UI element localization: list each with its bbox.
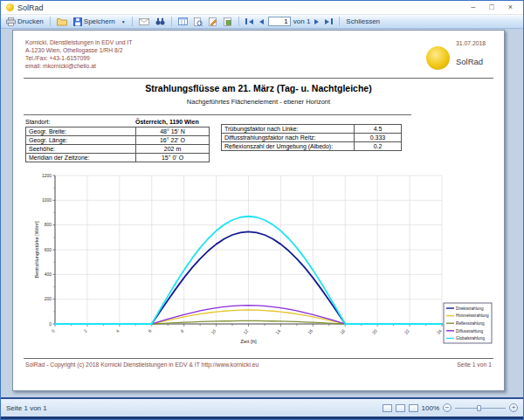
toolbar-separator — [132, 17, 133, 26]
document-page: Kornicki, Dienstleistungen in EDV und IT… — [12, 30, 505, 391]
x-tick-label: 10 — [210, 328, 217, 335]
chart-grid — [55, 176, 442, 324]
y-tick-label: 400 — [45, 272, 52, 277]
footer-page-number: Seite 1 von 1 — [457, 361, 492, 368]
y-tick-label: 1000 — [42, 197, 52, 203]
status-bar: Seite 1 von 1 100% − + — [1, 397, 523, 417]
param-table-row: Trübungsfaktor nach Linke:4.5 — [222, 125, 402, 134]
location-row: Standort: Österreich, 1190 Wien — [25, 117, 199, 126]
page-zoom-button[interactable] — [192, 17, 204, 27]
legend-label: Reflexstrahlung — [456, 321, 485, 326]
y-tick-label: 0 — [49, 321, 52, 327]
sender-line: A-1230 Wien, Othellogasse 1/RH 8/2 — [25, 46, 132, 54]
row-value: 16° 22' O — [136, 136, 210, 145]
x-tick-label: 8 — [179, 328, 185, 334]
open-button[interactable] — [55, 17, 69, 27]
next-page-button[interactable] — [313, 18, 321, 25]
row-label: Meridian der Zeitzone: — [26, 154, 136, 162]
last-page-button[interactable] — [323, 17, 334, 25]
print-label: Drucken — [17, 17, 44, 25]
solrad-sun-logo-icon — [426, 46, 450, 70]
view-mode-2-button[interactable] — [396, 404, 405, 412]
binoculars-icon — [155, 17, 165, 25]
page-number-input[interactable] — [268, 17, 291, 26]
row-value: 48° 15' N — [136, 127, 210, 136]
geo-table: Geogr. Breite:48° 15' NGeogr. Länge:16° … — [25, 127, 210, 162]
x-tick-label: 24 — [436, 328, 443, 335]
toolbar-separator — [238, 17, 239, 26]
view-mode-1-button[interactable] — [383, 404, 392, 412]
y-tick-label: 600 — [45, 247, 52, 252]
row-label: Seehöhe: — [26, 145, 136, 154]
location-label: Standort: — [25, 119, 135, 125]
triangle-left-icon — [259, 19, 264, 24]
triangle-right-icon — [325, 19, 329, 24]
report-subtitle: Nachgeführtes Flächenelement - ebener Ho… — [13, 98, 504, 106]
x-axis-title: Zeit [h] — [240, 339, 257, 344]
page-magnifier-icon — [194, 17, 203, 26]
pencil-page-icon — [209, 17, 217, 26]
x-tick-label: 22 — [403, 328, 410, 335]
x-tick-label: 12 — [242, 328, 249, 335]
y-tick-label: 200 — [45, 296, 52, 301]
sender-line: Kornicki, Dienstleistungen in EDV und IT — [25, 38, 132, 46]
param-table-row: Reflexionszahl der Umgebung (Albedo):0.2 — [222, 142, 402, 151]
report-title: Strahlungsflüsse am 21. März (Tag- u. Na… — [13, 83, 504, 93]
edit-page-button[interactable] — [207, 17, 219, 27]
x-tick-label: 20 — [371, 328, 378, 335]
sender-line: Tel./Fax: +43-1-6157099 — [25, 54, 132, 62]
row-label: Geogr. Breite: — [26, 127, 136, 136]
print-button[interactable]: Drucken — [4, 17, 45, 27]
zoom-percent-label: 100% — [422, 404, 439, 412]
floppy-disk-icon — [73, 17, 82, 26]
x-tick-label: 4 — [114, 328, 121, 334]
window-controls: – □ × — [471, 3, 518, 11]
y-tick-label: 800 — [45, 222, 52, 227]
zoom-slider[interactable] — [455, 404, 506, 412]
print-preview-area[interactable]: Kornicki, Dienstleistungen in EDV und IT… — [1, 29, 523, 397]
x-tick-label: 0 — [50, 328, 56, 334]
zoom-slider-handle[interactable] — [477, 405, 481, 411]
row-value: 0.2 — [355, 142, 402, 151]
row-value: 202 m — [136, 145, 210, 154]
folder-icon — [57, 17, 67, 26]
geo-table-row: Geogr. Breite:48° 15' N — [26, 127, 210, 136]
export-page-icon — [224, 17, 232, 26]
find-button[interactable] — [154, 17, 167, 26]
geo-table-row: Seehöhe:202 m — [26, 145, 210, 154]
footer-copyright: SolRad - Copyright (c) 2018 Kornicki Die… — [25, 361, 259, 368]
close-preview-button[interactable]: Schliessen — [344, 17, 382, 26]
header-divider — [24, 78, 493, 79]
x-tick-label: 6 — [147, 328, 153, 334]
footer-divider — [24, 358, 493, 359]
section-divider — [24, 114, 411, 115]
view-mode-3-button[interactable] — [409, 404, 418, 412]
save-button[interactable]: Speichern — [72, 17, 117, 27]
page-of-label: von 1 — [293, 17, 311, 25]
window-title: SolRad — [17, 3, 44, 12]
last-page-icon — [331, 18, 333, 24]
maximize-button[interactable]: □ — [489, 3, 493, 11]
legend-label: Diffusstrahlung — [456, 329, 484, 334]
toolbar: Drucken Speichern ▼ — [1, 14, 523, 29]
close-button[interactable]: × — [508, 3, 513, 11]
geo-table-row: Geogr. Länge:16° 22' O — [26, 136, 210, 145]
export-page-button[interactable] — [222, 17, 234, 27]
geo-table-row: Meridian der Zeitzone:15° 0' O — [26, 154, 210, 162]
zoom-in-button[interactable]: + — [509, 403, 518, 412]
first-page-button[interactable] — [244, 17, 255, 25]
report-date: 31.07.2018 — [456, 40, 486, 46]
prev-page-button[interactable] — [258, 18, 265, 25]
triangle-right-icon — [314, 19, 319, 24]
layout-columns-button[interactable] — [176, 17, 190, 26]
printer-icon — [6, 17, 16, 26]
columns-icon — [178, 17, 188, 25]
minimize-button[interactable]: – — [471, 3, 475, 11]
chart-axes: 0200400600800100012000246810121416182022… — [34, 173, 443, 344]
envelope-icon — [139, 18, 149, 25]
save-dropdown-button[interactable]: ▼ — [120, 18, 128, 25]
email-button[interactable] — [137, 17, 151, 26]
title-bar: SolRad – □ × — [1, 1, 523, 14]
zoom-out-button[interactable]: − — [443, 403, 452, 412]
status-zoom-cluster: 100% − + — [383, 403, 518, 412]
